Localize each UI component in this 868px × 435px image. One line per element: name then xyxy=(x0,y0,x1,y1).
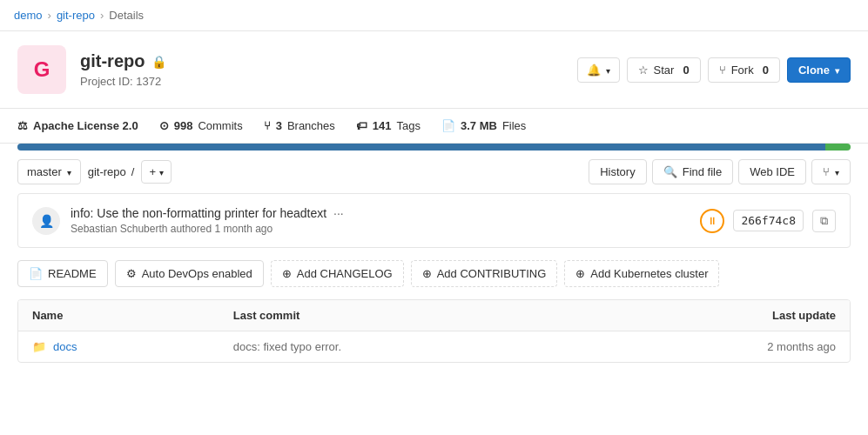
file-update-cell: 2 months ago xyxy=(635,340,836,353)
commit-time: authored 1 month ago xyxy=(171,223,273,235)
kubernetes-button[interactable]: ⊕ Add Kubernetes cluster xyxy=(564,260,719,287)
file-commit-cell: docs: fixed typo error. xyxy=(233,340,636,353)
find-file-button[interactable]: 🔍 Find file xyxy=(652,159,734,184)
fork-count: 0 xyxy=(763,64,769,77)
toolbar-left: master git-repo / + xyxy=(17,159,172,184)
git-icon: ⑂ xyxy=(823,165,830,178)
branches-count: 3 xyxy=(276,119,282,132)
toolbar-right: History 🔍 Find file Web IDE ⑂ xyxy=(589,159,851,184)
web-ide-button[interactable]: Web IDE xyxy=(738,159,806,184)
star-count: 0 xyxy=(683,64,689,77)
repo-title-block: git-repo 🔒 Project ID: 1372 xyxy=(80,51,166,88)
fork-label: Fork xyxy=(731,64,754,77)
files-label: Files xyxy=(502,119,526,132)
fork-icon: ⑂ xyxy=(719,64,726,77)
commit-author: Sebastian Schuberth xyxy=(71,223,167,235)
clone-button[interactable]: Clone xyxy=(787,57,851,83)
devops-label: Auto DevOps enabled xyxy=(142,267,252,280)
path-separator: / xyxy=(131,165,135,178)
file-name-cell: 📁 docs xyxy=(32,340,233,353)
commit-dots[interactable]: ··· xyxy=(333,206,344,220)
breadcrumb-current: Details xyxy=(109,9,144,22)
files-icon: 📄 xyxy=(441,119,455,132)
contributing-button[interactable]: ⊕ Add CONTRIBUTING xyxy=(411,260,558,287)
bell-icon: 🔔 xyxy=(587,64,601,77)
lock-icon: 🔒 xyxy=(151,55,166,69)
license-icon: ⚖ xyxy=(17,119,28,132)
more-options-button[interactable]: ⑂ xyxy=(811,159,851,184)
gear-icon: ⚙ xyxy=(126,267,137,280)
repo-name: git-repo xyxy=(80,51,145,71)
search-icon: 🔍 xyxy=(663,165,677,178)
branches-label: Branches xyxy=(287,119,335,132)
breadcrumb-demo[interactable]: demo xyxy=(14,9,43,22)
branch-selector[interactable]: master xyxy=(17,159,81,184)
add-contributing-icon: ⊕ xyxy=(422,267,432,280)
star-icon: ☆ xyxy=(638,64,649,77)
tags-stat[interactable]: 🏷 141 Tags xyxy=(356,119,421,132)
changelog-button[interactable]: ⊕ Add CHANGELOG xyxy=(271,260,404,287)
tag-icon: 🏷 xyxy=(356,119,367,132)
readme-icon: 📄 xyxy=(29,267,43,280)
tags-count: 141 xyxy=(373,119,392,132)
license-value: Apache License 2.0 xyxy=(33,119,138,132)
clone-label: Clone xyxy=(798,64,830,77)
toolbar: master git-repo / + History 🔍 Find file … xyxy=(0,151,868,193)
lang-segment-primary xyxy=(17,144,825,151)
table-row: 📁 docs docs: fixed typo error. 2 months … xyxy=(18,331,850,362)
star-label: Star xyxy=(654,64,675,77)
copy-hash-button[interactable]: ⧉ xyxy=(812,210,836,232)
readme-button[interactable]: 📄 README xyxy=(17,260,108,287)
branches-stat[interactable]: ⑂ 3 Branches xyxy=(264,119,335,132)
path-chevron-icon xyxy=(159,165,164,178)
path-add-button[interactable]: + xyxy=(141,160,172,184)
file-table: Name Last commit Last update 📁 docs docs… xyxy=(17,299,851,363)
fork-button[interactable]: ⑂ Fork 0 xyxy=(708,57,780,83)
branch-icon: ⑂ xyxy=(264,119,271,132)
lang-segment-secondary xyxy=(825,144,851,151)
find-file-label: Find file xyxy=(683,165,723,178)
pipeline-status-icon[interactable]: ⏸ xyxy=(700,209,724,233)
more-chevron-icon xyxy=(835,165,839,178)
commit-message: info: Use the non-formatting printer for… xyxy=(71,206,690,220)
commits-stat[interactable]: ⊙ 998 Commits xyxy=(159,119,243,132)
col-commit-header: Last commit xyxy=(233,309,636,322)
branch-chevron-icon xyxy=(67,165,71,178)
star-button[interactable]: ☆ Star 0 xyxy=(627,57,701,83)
commits-icon: ⊙ xyxy=(159,119,169,132)
contributing-label: Add CONTRIBUTING xyxy=(437,267,547,280)
repo-stats: ⚖ Apache License 2.0 ⊙ 998 Commits ⑂ 3 B… xyxy=(0,109,868,144)
col-update-header: Last update xyxy=(635,309,836,322)
copy-icon: ⧉ xyxy=(820,214,828,227)
history-button[interactable]: History xyxy=(589,159,646,184)
breadcrumb: demo › git-repo › Details xyxy=(0,0,868,31)
path-navigator: git-repo / xyxy=(88,165,135,178)
commits-label: Commits xyxy=(198,119,242,132)
file-table-header: Name Last commit Last update xyxy=(18,300,850,331)
quick-links: 📄 README ⚙ Auto DevOps enabled ⊕ Add CHA… xyxy=(0,248,868,299)
breadcrumb-git-repo[interactable]: git-repo xyxy=(57,9,95,22)
file-name-link[interactable]: docs xyxy=(53,340,77,353)
readme-label: README xyxy=(48,267,97,280)
plus-icon: + xyxy=(149,165,156,178)
commit-message-text[interactable]: info: Use the non-formatting printer for… xyxy=(71,206,326,220)
commit-meta: Sebastian Schuberth authored 1 month ago xyxy=(71,223,690,235)
clone-chevron-icon xyxy=(835,64,839,77)
commits-count: 998 xyxy=(174,119,193,132)
folder-icon: 📁 xyxy=(32,340,46,353)
commit-hash: 266f74c8 xyxy=(733,210,804,231)
repo-project-id: Project ID: 1372 xyxy=(80,75,166,88)
license-stat[interactable]: ⚖ Apache License 2.0 xyxy=(17,119,138,132)
notify-button[interactable]: 🔔 xyxy=(577,57,620,83)
branch-name: master xyxy=(27,165,62,178)
repo-title: git-repo 🔒 xyxy=(80,51,166,71)
col-name-header: Name xyxy=(32,309,233,322)
repo-path: git-repo xyxy=(88,165,126,178)
add-changelog-icon: ⊕ xyxy=(282,267,292,280)
files-stat[interactable]: 📄 3.7 MB Files xyxy=(441,119,526,132)
devops-button[interactable]: ⚙ Auto DevOps enabled xyxy=(115,260,264,287)
commit-author-avatar: 👤 xyxy=(32,207,60,235)
commit-right: ⏸ 266f74c8 ⧉ xyxy=(700,209,836,233)
chevron-down-icon xyxy=(606,64,610,77)
changelog-label: Add CHANGELOG xyxy=(297,267,393,280)
